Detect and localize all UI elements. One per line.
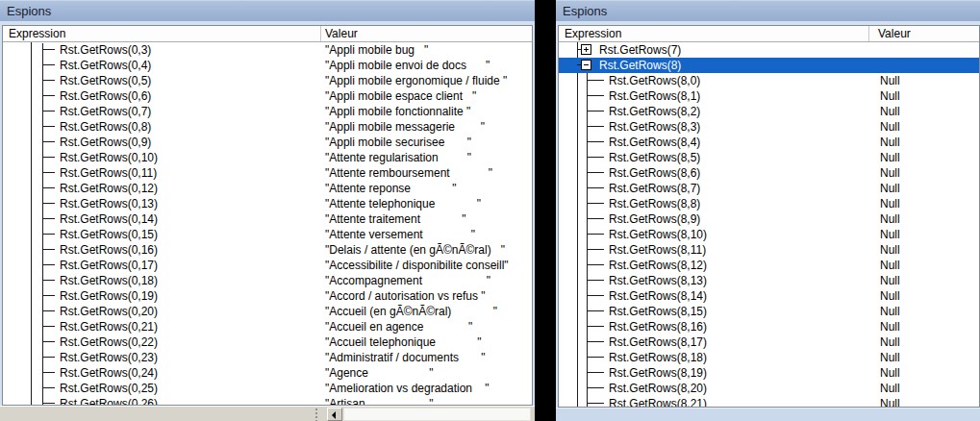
tree-branch-line [42,264,55,265]
watch-row[interactable]: Rst.GetRows(0,15)"Attente versement " [3,227,532,242]
value-cell: Null [880,335,900,349]
expression-cell: Rst.GetRows(0,14) [60,212,158,226]
expression-cell: Rst.GetRows(0,11) [60,166,157,180]
tree-branch-line [587,249,604,250]
tree-branch-line [42,295,55,296]
watch-row[interactable]: Rst.GetRows(8,14)Null [559,288,979,304]
watch-row[interactable]: Rst.GetRows(8,19)Null [559,365,979,381]
value-cell: "Attente telephonique " [325,197,481,210]
value-cell: Null [880,274,900,287]
watch-row[interactable]: Rst.GetRows(8,16)Null [559,319,979,334]
value-cell: "Appli mobile ergonomique / fluide " [325,74,507,87]
watch-row[interactable]: Rst.GetRows(8,2)Null [559,104,979,119]
splitter-grip[interactable] [315,409,318,420]
expression-cell: Rst.GetRows(0,21) [60,320,158,334]
watch-row[interactable]: Rst.GetRows(0,21)"Accueil en agence " [3,319,532,334]
watch-row[interactable]: Rst.GetRows(0,13)"Attente telephonique " [3,196,532,211]
watch-row[interactable]: Rst.GetRows(8,17)Null [559,334,979,350]
scrollbar-track[interactable] [343,408,531,421]
watch-row[interactable]: Rst.GetRows(8,0)Null [559,73,979,88]
tree-branch-line [42,64,55,65]
expand-icon[interactable] [581,44,591,55]
tree-branch-line [42,111,55,111]
watch-row[interactable]: Rst.GetRows(8,7)Null [559,181,979,196]
watch-row[interactable]: Rst.GetRows(8,9)Null [559,211,979,227]
watch-row[interactable]: Rst.GetRows(0,26)"Artisan " [3,396,532,405]
watch-row[interactable]: Rst.GetRows(0,22)"Accueil telephonique " [3,334,532,350]
watch-row[interactable]: Rst.GetRows(8,21)Null [559,396,979,407]
expression-cell: Rst.GetRows(8,21) [609,397,707,407]
watch-row[interactable]: Rst.GetRows(8,8)Null [559,196,979,211]
watch-row[interactable]: Rst.GetRows(0,16)"Delais / attente (en g… [3,242,532,258]
watch-row[interactable]: Rst.GetRows(8,13)Null [559,273,979,288]
watch-row-selected[interactable]: Rst.GetRows(8) [559,58,979,73]
tree-branch-line [42,234,55,235]
watch-row[interactable]: Rst.GetRows(0,10)"Attente regularisation… [3,150,532,165]
watch-row[interactable]: Rst.GetRows(8,4)Null [559,135,979,150]
watch-row[interactable]: Rst.GetRows(0,19)"Accord / autorisation … [3,288,532,304]
watch-row[interactable]: Rst.GetRows(8,3)Null [559,119,979,135]
expression-cell: Rst.GetRows(0,9) [60,136,151,149]
expression-cell: Rst.GetRows(0,17) [60,259,158,272]
tree-branch-line [42,372,55,373]
expression-cell: Rst.GetRows(8,6) [609,166,700,180]
tree-branch-line [42,80,55,81]
value-cell: Null [880,120,900,134]
column-divider[interactable] [868,26,869,41]
watch-row[interactable]: Rst.GetRows(8,20)Null [559,381,979,396]
expression-cell: Rst.GetRows(8,20) [609,382,707,395]
tree-branch-line [587,234,604,235]
watch-row[interactable]: Rst.GetRows(0,24)"Agence " [3,365,532,381]
watch-row[interactable]: Rst.GetRows(8,12)Null [559,258,979,273]
expression-cell: Rst.GetRows(0,23) [60,351,158,364]
watch-row[interactable]: Rst.GetRows(0,14)"Attente traitement " [3,211,532,227]
watch-row[interactable]: Rst.GetRows(0,11)"Attente remboursement … [3,165,532,181]
watch-row[interactable]: Rst.GetRows(0,5)"Appli mobile ergonomiqu… [3,73,532,88]
column-header-valeur[interactable]: Valeur [878,27,911,40]
watch-row[interactable]: Rst.GetRows(8,1)Null [559,88,979,104]
watch-row[interactable]: Rst.GetRows(7) [559,42,979,58]
watch-row[interactable]: Rst.GetRows(0,12)"Attente reponse " [3,181,532,196]
watch-row[interactable]: Rst.GetRows(0,17)"Accessibilite / dispon… [3,258,532,273]
column-header-valeur[interactable]: Valeur [325,27,358,40]
value-cell: "Accompagnement " [325,274,490,287]
column-header-row: Expression Valeur [3,26,532,42]
value-cell: Null [880,320,900,334]
expression-cell: Rst.GetRows(8,2) [609,105,700,118]
value-cell: Null [880,382,900,395]
watch-row[interactable]: Rst.GetRows(0,20)"Accueil (en gÃ©nÃ©ral)… [3,304,532,319]
scroll-left-button[interactable] [327,408,342,421]
watch-row[interactable]: Rst.GetRows(0,6)"Appli mobile espace cli… [3,88,532,104]
watch-row[interactable]: Rst.GetRows(8,18)Null [559,350,979,365]
collapse-icon[interactable] [581,60,591,70]
value-cell: "Appli mobile messagerie " [325,120,485,134]
tree-branch-line [42,49,55,50]
expression-cell: Rst.GetRows(0,5) [60,74,151,87]
watch-grid-right: Expression Valeur Rst.GetRows(7)Rst.GetR… [558,25,980,408]
watch-row[interactable]: Rst.GetRows(0,23)"Administratif / docume… [3,350,532,365]
column-header-expression[interactable]: Expression [9,27,65,40]
watch-row[interactable]: Rst.GetRows(0,4)"Appli mobile envoi de d… [3,58,532,73]
column-divider[interactable] [320,26,321,41]
tree-branch-line [42,326,55,327]
watch-row[interactable]: Rst.GetRows(8,5)Null [559,150,979,165]
watch-row[interactable]: Rst.GetRows(8,11)Null [559,242,979,258]
watch-row[interactable]: Rst.GetRows(8,10)Null [559,227,979,242]
tree-branch-line [587,326,604,327]
expression-cell: Rst.GetRows(0,6) [60,89,151,103]
watch-row[interactable]: Rst.GetRows(8,15)Null [559,304,979,319]
watch-row[interactable]: Rst.GetRows(0,25)"Amelioration vs degrad… [3,381,532,396]
tree-branch-line [587,157,604,158]
column-header-expression[interactable]: Expression [565,27,621,40]
horizontal-scrollbar-strip [0,406,535,421]
watch-row[interactable]: Rst.GetRows(8,6)Null [559,165,979,181]
expression-cell: Rst.GetRows(8,4) [609,136,700,149]
watch-row[interactable]: Rst.GetRows(0,7)"Appli mobile fonctionna… [3,104,532,119]
watch-row[interactable]: Rst.GetRows(0,8)"Appli mobile messagerie… [3,119,532,135]
watch-row[interactable]: Rst.GetRows(0,3)"Appli mobile bug " [3,42,532,58]
value-cell: "Artisan " [325,397,434,405]
watch-row[interactable]: Rst.GetRows(0,18)"Accompagnement " [3,273,532,288]
expression-cell: Rst.GetRows(8,9) [609,212,700,226]
watch-row[interactable]: Rst.GetRows(0,9)"Appli mobile securisee … [3,135,532,150]
value-cell: "Administratif / documents " [325,351,486,364]
